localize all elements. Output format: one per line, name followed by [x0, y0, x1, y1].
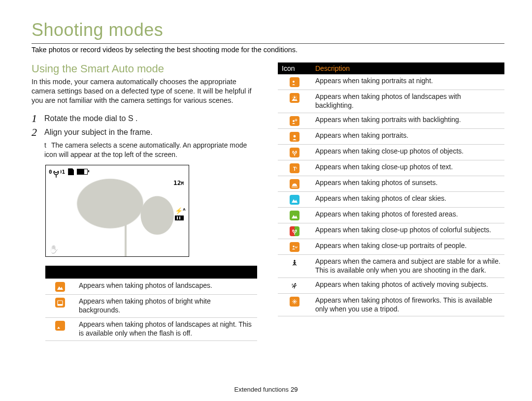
- table-row: Appears when taking photos of sunsets.: [278, 176, 504, 191]
- svg-line-26: [295, 300, 297, 302]
- landscape-icon: [55, 282, 65, 292]
- table-row: Appears when taking photos of bright whi…: [45, 295, 257, 318]
- table-row: Appears when taking photos of forested a…: [278, 207, 504, 223]
- backlit-land-icon: [290, 93, 299, 103]
- icon-description: Appears when taking photos of forested a…: [311, 207, 504, 223]
- svg-rect-1: [58, 304, 63, 306]
- icon-description: Appears when taking close-up photos of o…: [311, 144, 504, 160]
- step-2: 2 Align your subject in the frame.: [32, 127, 258, 138]
- camera-preview: 00001 12M ⚡A ✋: [45, 165, 189, 257]
- svg-line-25: [293, 302, 295, 304]
- svg-point-6: [294, 135, 296, 137]
- fireworks-icon: [290, 297, 299, 307]
- table-row: Appears when taking photos of landscapes…: [45, 279, 257, 295]
- anti-shake-icon: ✋: [49, 246, 59, 253]
- table-row: TAppears when taking close-up photos of …: [278, 160, 504, 176]
- flash-indicator: ⚡A: [175, 208, 184, 220]
- forest-icon: [290, 211, 299, 220]
- table-row: Appears when taking portraits.: [278, 128, 504, 144]
- icon-description: Appears when taking photos of clear skie…: [311, 191, 504, 207]
- macro-object-icon: [290, 148, 299, 157]
- left-column: Using the Smart Auto mode In this mode, …: [32, 62, 258, 341]
- step-number: 1: [32, 113, 44, 124]
- icon-description: Appears when taking photos of sunsets.: [311, 176, 504, 191]
- icon-description: Appears when taking portraits with backl…: [311, 113, 504, 128]
- step-number: 2: [32, 127, 44, 138]
- night-landscape-icon: [55, 321, 65, 331]
- table-row: Appears when taking photos of clear skie…: [278, 191, 504, 207]
- table-row: Appears when taking close-up photos of o…: [278, 144, 504, 160]
- icon-description: Appears when taking photos of actively m…: [311, 278, 504, 293]
- substep: tThe camera selects a scene automaticall…: [32, 141, 258, 159]
- step-text: Rotate the mode dial to S .: [44, 113, 137, 123]
- table-row: Appears when taking close-up portraits o…: [278, 239, 504, 254]
- right-column: Icon Description Appears when taking por…: [278, 62, 504, 341]
- step-1: 1 Rotate the mode dial to S .: [32, 113, 258, 124]
- sd-card-icon: [68, 168, 74, 175]
- step-text: Align your subject in the frame.: [44, 127, 153, 137]
- icon-description: Appears when taking close-up photos of t…: [311, 160, 504, 176]
- table-row: Appears when taking photos of landscapes…: [278, 90, 504, 113]
- substep-text: The camera selects a scene automatically…: [44, 141, 247, 158]
- macro-icon: [52, 169, 61, 178]
- svg-point-2: [293, 81, 295, 83]
- macro-portrait-icon: [290, 242, 299, 252]
- table-row: Appears when taking photos of actively m…: [278, 278, 504, 293]
- svg-line-23: [293, 300, 295, 302]
- svg-point-10: [294, 260, 295, 261]
- section-heading: Using the Smart Auto mode: [32, 62, 258, 75]
- icon-description: Appears when taking close-up photos of c…: [311, 223, 504, 239]
- macro-text-icon: T: [290, 163, 299, 173]
- svg-point-9: [293, 246, 295, 247]
- svg-point-3: [294, 96, 296, 98]
- icon-description: Appears when taking portraits.: [311, 128, 504, 144]
- megapixel-indicator: 12M: [173, 179, 184, 186]
- icon-description: Appears when taking photos of landscapes…: [311, 90, 504, 113]
- table-row: Appears when taking photos of ﬁreworks. …: [278, 293, 504, 316]
- substep-marker: t: [44, 141, 51, 150]
- right-icon-table: Icon Description Appears when taking por…: [278, 62, 504, 316]
- icon-description: Appears when taking photos of landscapes…: [75, 318, 257, 341]
- header-icon: Icon: [278, 62, 311, 74]
- sky-icon: [290, 195, 299, 205]
- svg-line-24: [295, 302, 297, 304]
- left-icon-table: Appears when taking photos of landscapes…: [45, 266, 257, 341]
- backlit-portrait-icon: [290, 116, 299, 126]
- icon-description: Appears when taking portraits at night.: [311, 74, 504, 90]
- table-row: Appears when taking portraits with backl…: [278, 113, 504, 128]
- icon-description: Appears when taking close-up portraits o…: [311, 239, 504, 254]
- icon-description: Appears when taking photos of landscapes…: [75, 279, 257, 295]
- footer-section: Extended functions: [234, 386, 289, 393]
- table-row: Appears when taking photos of landscapes…: [45, 318, 257, 341]
- header-description: Description: [311, 62, 504, 74]
- svg-point-5: [293, 120, 295, 122]
- sunset-icon: [290, 179, 299, 189]
- intro-paragraph: In this mode, your camera automatically …: [32, 77, 258, 105]
- macro-color-icon: [290, 226, 299, 236]
- table-row: Appears when taking close-up photos of c…: [278, 223, 504, 239]
- table-row: Appears when the camera and subject are …: [278, 254, 504, 278]
- action-icon: [290, 281, 299, 291]
- white-bg-icon: [55, 298, 65, 308]
- table-row: Appears when taking portraits at night.: [278, 74, 504, 90]
- battery-icon: [77, 169, 88, 175]
- page-number: 29: [291, 386, 298, 393]
- svg-point-4: [295, 119, 297, 121]
- portrait-icon: [290, 132, 299, 142]
- tripod-icon: [290, 258, 299, 268]
- page-footer: Extended functions29: [0, 386, 532, 393]
- icon-description: Appears when taking photos of ﬁreworks. …: [311, 293, 504, 316]
- page-title: Shooting modes: [32, 20, 504, 44]
- icon-description: Appears when taking photos of bright whi…: [75, 295, 257, 318]
- icon-description: Appears when the camera and subject are …: [311, 254, 504, 278]
- svg-text:T: T: [293, 166, 296, 172]
- night-portrait-icon: [290, 77, 299, 87]
- page-subtitle: Take photos or record videos by selectin…: [32, 46, 504, 54]
